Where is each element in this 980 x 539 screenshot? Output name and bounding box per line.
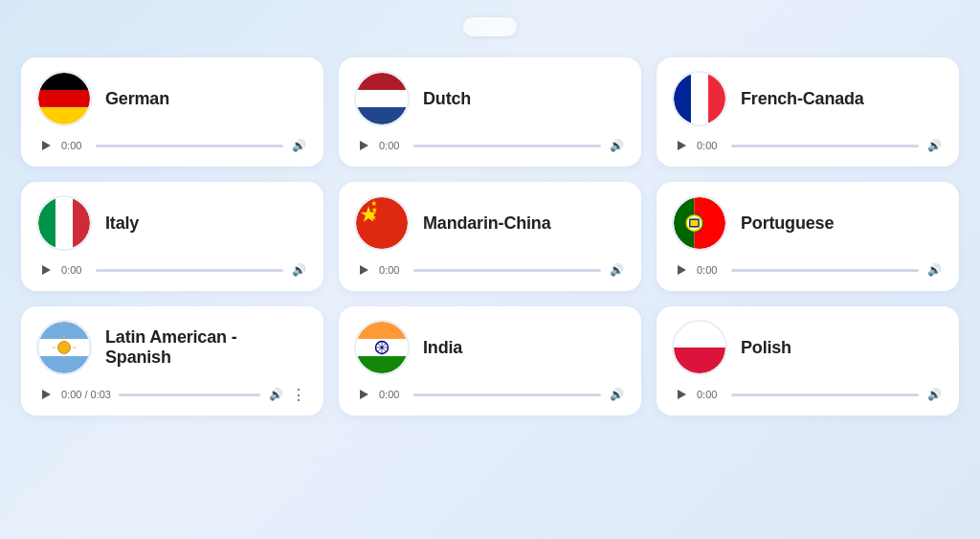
card-top: Latin American - Spanish [36, 320, 306, 375]
play-icon [42, 265, 51, 275]
volume-icon[interactable]: 🔊 [926, 138, 942, 153]
audio-player: 0:00🔊 [672, 258, 942, 280]
progress-bar[interactable] [413, 145, 601, 147]
time-display: 0:00 [379, 389, 406, 400]
language-name: Latin American - Spanish [105, 327, 306, 368]
svg-rect-2 [38, 90, 90, 107]
play-button[interactable] [674, 138, 689, 153]
volume-icon[interactable]: 🔊 [609, 138, 624, 153]
language-name: Italy [105, 213, 139, 234]
language-card-portuguese: Portuguese0:00🔊 [657, 182, 959, 291]
progress-bar[interactable] [413, 393, 601, 396]
play-button[interactable] [38, 262, 54, 278]
svg-rect-1 [38, 73, 90, 90]
language-card-mandarin-china: Mandarin-China0:00🔊 [339, 182, 641, 291]
svg-rect-3 [38, 107, 90, 124]
time-display: 0:00 / 0:03 [61, 389, 111, 400]
play-button[interactable] [356, 138, 371, 153]
svg-rect-13 [38, 197, 56, 249]
volume-icon[interactable]: 🔊 [926, 387, 942, 402]
card-top: Dutch [354, 71, 624, 126]
audio-player: 0:00🔊 [672, 134, 942, 155]
language-name: Dutch [423, 89, 471, 109]
language-name: Mandarin-China [423, 213, 550, 234]
card-top: Mandarin-China [354, 195, 624, 251]
time-display: 0:00 [697, 264, 724, 276]
time-display: 0:00 [697, 389, 724, 400]
play-button[interactable] [38, 387, 54, 402]
audio-player: 0:00🔊 [672, 383, 942, 404]
flag-it [36, 195, 92, 251]
svg-rect-41 [356, 356, 408, 373]
audio-player: 0:00🔊 [36, 258, 306, 280]
play-button[interactable] [674, 387, 689, 402]
audio-player: 0:00🔊 [36, 134, 306, 155]
progress-bar[interactable] [119, 393, 260, 396]
volume-icon[interactable]: 🔊 [291, 262, 306, 278]
time-display: 0:00 [61, 264, 88, 276]
time-display: 0:00 [379, 264, 406, 276]
svg-rect-39 [356, 322, 408, 339]
play-icon [360, 141, 368, 150]
svg-rect-15 [73, 197, 90, 249]
play-icon [42, 390, 51, 399]
more-options-icon[interactable]: ⋮ [291, 387, 306, 402]
flag-es [36, 320, 92, 375]
svg-rect-14 [56, 197, 73, 249]
svg-rect-7 [356, 107, 408, 124]
volume-icon[interactable]: 🔊 [268, 387, 283, 402]
play-icon [42, 141, 51, 150]
play-button[interactable] [38, 138, 54, 153]
audio-player: 0:00 / 0:03🔊⋮ [36, 383, 306, 404]
time-display: 0:00 [697, 140, 724, 151]
volume-icon[interactable]: 🔊 [291, 138, 306, 153]
play-button[interactable] [356, 387, 371, 402]
play-button[interactable] [674, 262, 689, 278]
play-icon [360, 390, 368, 399]
card-top: Italy [36, 195, 306, 251]
card-top: Polish [672, 320, 942, 375]
flag-nl [354, 71, 410, 126]
language-card-latin-american-spanish: Latin American - Spanish0:00 / 0:03🔊⋮ [21, 306, 323, 415]
language-grid: German0:00🔊 Dutch0:00🔊 French-Canada0:00… [21, 57, 959, 415]
svg-rect-9 [674, 73, 691, 124]
language-card-german: German0:00🔊 [21, 57, 323, 167]
progress-bar[interactable] [413, 269, 601, 272]
volume-icon[interactable]: 🔊 [609, 262, 624, 278]
time-display: 0:00 [61, 140, 88, 151]
svg-point-33 [60, 344, 67, 350]
flag-cn [354, 195, 410, 251]
progress-bar[interactable] [731, 393, 919, 396]
svg-rect-5 [356, 73, 408, 90]
progress-bar[interactable] [96, 145, 283, 147]
play-button[interactable] [356, 262, 371, 278]
page-header [463, 17, 517, 36]
progress-bar[interactable] [731, 269, 919, 272]
progress-bar[interactable] [731, 145, 919, 147]
svg-rect-11 [708, 73, 725, 124]
card-top: India [354, 320, 624, 375]
audio-player: 0:00🔊 [354, 134, 624, 155]
flag-pl [672, 320, 727, 375]
svg-rect-53 [674, 322, 725, 348]
flag-de [36, 71, 92, 126]
language-name: Polish [741, 338, 791, 358]
card-top: French-Canada [672, 71, 942, 126]
play-icon [678, 141, 686, 150]
language-name: French-Canada [741, 89, 864, 109]
time-display: 0:00 [379, 140, 406, 151]
card-top: German [36, 71, 306, 126]
volume-icon[interactable]: 🔊 [926, 262, 942, 278]
audio-player: 0:00🔊 [354, 258, 624, 280]
language-card-italy: Italy0:00🔊 [21, 182, 323, 291]
language-name: Portuguese [741, 213, 834, 234]
language-name: German [105, 89, 169, 109]
svg-rect-17 [356, 197, 408, 249]
flag-in [354, 320, 410, 375]
progress-bar[interactable] [96, 269, 283, 272]
play-icon [360, 265, 368, 275]
volume-icon[interactable]: 🔊 [609, 387, 624, 402]
flag-fr [672, 71, 727, 126]
language-name: India [423, 338, 462, 358]
language-card-india: India0:00🔊 [339, 306, 641, 415]
